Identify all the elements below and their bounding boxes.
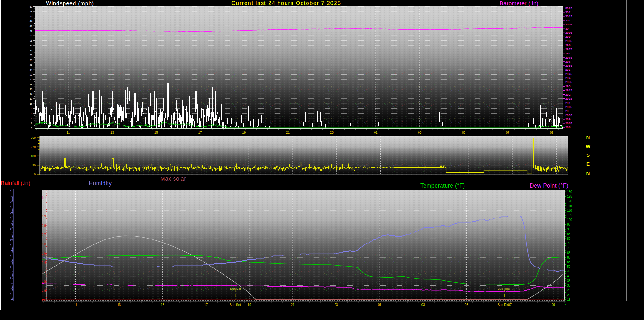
svg-text:55: 55 [567,260,571,264]
svg-text:85: 85 [567,232,571,236]
svg-text:20: 20 [567,293,571,297]
svg-text:19: 19 [242,131,246,134]
svg-text:Rainfall (.in): Rainfall (.in) [1,180,30,186]
svg-text:03: 03 [421,303,425,306]
svg-text:95: 95 [567,223,571,226]
svg-text:15: 15 [161,303,164,306]
svg-text:23: 23 [335,303,338,306]
svg-text:W: W [586,143,591,149]
svg-text:48: 48 [30,10,32,13]
svg-text:Sun Rise: Sun Rise [498,287,510,290]
svg-text:Sun Set: Sun Set [230,303,241,306]
svg-text:6: 6 [31,112,33,115]
svg-text:40: 40 [567,274,571,278]
svg-text:30.25: 30.25 [565,7,572,10]
svg-text:130: 130 [567,190,572,194]
svg-text:01: 01 [374,131,378,134]
svg-text:42: 42 [30,25,32,28]
svg-text:270: 270 [31,145,36,149]
svg-text:46: 46 [30,15,32,18]
svg-text:90: 90 [32,164,36,167]
svg-text:4: 4 [31,117,33,120]
svg-text:13: 13 [110,131,114,134]
svg-text:29.6: 29.6 [565,60,571,63]
svg-text:Sun Set: Sun Set [230,287,241,290]
svg-text:S: S [586,152,590,158]
svg-text:0: 0 [31,127,33,130]
svg-text:Windspeed (mph): Windspeed (mph) [46,0,94,7]
svg-text:29.15: 29.15 [565,97,572,100]
svg-text:24: 24 [30,69,32,71]
svg-text:60: 60 [567,256,571,259]
svg-text:25: 25 [567,289,571,292]
svg-text:Sun Rise: Sun Rise [497,303,510,306]
svg-text:07: 07 [506,131,510,134]
svg-text:100: 100 [567,218,572,222]
svg-text:Dew Point (°F): Dew Point (°F) [530,182,568,189]
svg-text:19: 19 [247,303,251,306]
svg-text:17: 17 [198,131,202,134]
svg-text:N: N [586,171,590,176]
svg-text:360: 360 [31,136,36,139]
svg-text:28.95: 28.95 [565,114,572,117]
svg-text:Temperature (°F): Temperature (°F) [420,182,465,189]
svg-text:29.3: 29.3 [565,85,571,88]
svg-text:45: 45 [567,270,571,273]
svg-text:N: N [586,134,590,140]
svg-text:2: 2 [31,122,33,125]
svg-text:05: 05 [462,131,466,134]
svg-text:34: 34 [30,44,32,47]
svg-text:28: 28 [30,59,32,62]
svg-text:30: 30 [565,27,569,30]
svg-text:14: 14 [30,93,32,96]
svg-text:36: 36 [30,39,32,42]
svg-text:26: 26 [30,64,32,66]
svg-text:180: 180 [31,154,36,158]
svg-text:09: 09 [552,303,555,306]
svg-text:30.1: 30.1 [565,19,571,22]
svg-text:115: 115 [567,204,572,208]
svg-text:65: 65 [567,251,571,255]
svg-text:70: 70 [567,246,571,250]
svg-text:Barometer (.in): Barometer (.in) [500,0,538,7]
svg-text:90: 90 [567,227,571,231]
svg-text:30: 30 [30,54,32,57]
svg-text:29.4: 29.4 [565,76,571,80]
svg-text:38: 38 [30,34,32,37]
svg-text:29.05: 29.05 [565,105,572,109]
svg-text:110: 110 [567,209,572,212]
svg-text:05: 05 [465,303,469,306]
svg-text:21: 21 [286,131,290,134]
svg-text:29.8: 29.8 [565,44,571,47]
svg-text:10: 10 [30,103,32,105]
svg-text:50: 50 [567,265,571,268]
svg-text:Humidity: Humidity [89,180,112,187]
svg-text:29.75: 29.75 [565,48,572,51]
svg-text:44: 44 [30,20,32,23]
svg-text:30.15: 30.15 [565,15,572,18]
svg-text:35: 35 [567,279,571,283]
svg-text:80: 80 [567,237,571,240]
svg-text:50: 50 [30,5,32,8]
svg-text:18: 18 [30,83,32,86]
svg-text:75: 75 [567,242,571,245]
svg-text:29.85: 29.85 [565,39,572,42]
svg-text:Max solar: Max solar [160,176,186,182]
svg-text:16: 16 [30,88,32,91]
svg-text:15: 15 [154,131,158,134]
svg-text:29.95: 29.95 [565,31,572,34]
svg-text:21: 21 [291,303,295,306]
svg-text:28.8: 28.8 [565,126,571,129]
svg-text:29.1: 29.1 [565,101,571,104]
svg-text:11: 11 [67,131,70,134]
svg-text:30.05: 30.05 [565,23,572,26]
svg-text:28.85: 28.85 [565,122,572,125]
svg-text:22: 22 [30,73,32,76]
svg-text:32: 32 [30,49,32,52]
svg-text:125: 125 [567,195,572,198]
svg-text:29.25: 29.25 [565,89,572,92]
svg-text:105: 105 [567,213,572,217]
svg-text:E: E [586,161,590,166]
svg-text:12: 12 [30,98,32,100]
svg-text:20: 20 [30,78,32,81]
